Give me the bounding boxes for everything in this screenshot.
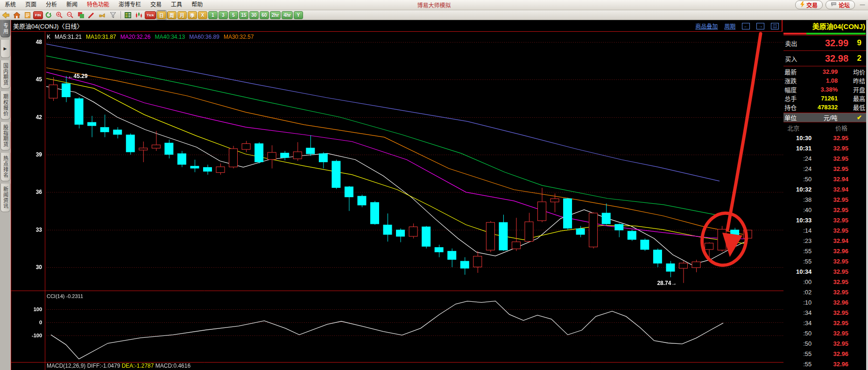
refresh-icon[interactable] <box>44 11 54 19</box>
ma-legend-MA60: MA60:36.89 <box>189 34 219 40</box>
back-icon[interactable] <box>1 11 11 19</box>
period-button-15[interactable]: 15 <box>239 11 248 19</box>
news-page-icon[interactable] <box>22 11 32 19</box>
menu-item-交易[interactable]: 交易 <box>146 0 166 10</box>
zoom-in-icon[interactable] <box>55 11 64 19</box>
quote-info-row-幅度: 幅度3.38%开盘 <box>783 85 866 94</box>
tick-row[interactable]: :5532.95 <box>783 256 866 266</box>
lightning-icon <box>800 1 804 9</box>
menu-item-特色功能[interactable]: 特色功能 <box>82 0 114 10</box>
period-button-3[interactable]: 3 <box>219 11 228 19</box>
tick-row[interactable]: :5532.96 <box>783 246 866 256</box>
sidebar-tab-expand[interactable]: ▶ <box>0 40 10 58</box>
chart-title: 美原油04(CONJ)〈日线〉 <box>13 21 83 30</box>
overlay-link[interactable]: 商品叠加 <box>695 22 718 30</box>
tick-row[interactable]: :5032.95 <box>783 328 866 338</box>
buy-sell-ratio-bar <box>783 32 866 35</box>
sidebar-tab-股指期货[interactable]: 股指期货 <box>0 122 10 150</box>
next-window-icon[interactable]: → <box>756 23 764 29</box>
period-button-季[interactable]: 季 <box>188 11 197 19</box>
sidebar-tab-热点排名[interactable]: 热点排名 <box>0 153 10 181</box>
bid-row[interactable]: 买入 32.98 2 <box>783 50 866 66</box>
toolbar: FINTick日周月季X1351530602hr4hrY <box>0 10 868 20</box>
tick-row[interactable]: :1432.95 <box>783 225 866 235</box>
tick-row[interactable]: 10:3232.94 <box>783 184 866 194</box>
tick-row[interactable]: 10:3432.95 <box>783 266 866 277</box>
quote-table-icon[interactable] <box>123 11 133 19</box>
prev-window-icon[interactable]: ← <box>742 23 750 29</box>
period-link[interactable]: 周期 <box>724 22 735 30</box>
tick-row[interactable]: :3432.95 <box>783 318 866 328</box>
period-button-2hr[interactable]: 2hr <box>270 11 281 19</box>
filter-funnel-icon[interactable] <box>108 11 118 19</box>
fin-button[interactable]: FIN <box>33 11 43 19</box>
sidebar-tab-国内期货[interactable]: 国内期货 <box>0 60 10 89</box>
chart-body: KMA5:31.21MA10:31.87MA20:32.26MA40:34.13… <box>11 32 782 370</box>
scrollbar[interactable] <box>866 20 868 370</box>
period-button-Y[interactable]: Y <box>294 11 303 19</box>
tick-row[interactable]: :5532.96 <box>783 359 866 369</box>
sidebar-tab-期权报价[interactable]: 期权报价 <box>0 91 10 120</box>
chat-bubble-icon <box>831 2 837 8</box>
tick-row[interactable]: 10:3132.95 <box>783 143 866 153</box>
trade-button[interactable]: 交易 <box>795 0 823 9</box>
title-bar: 系统页面分析新闻特色功能澎博专栏交易工具帮助 博易大师模拟 交易 论坛 — <box>0 0 868 10</box>
tick-row[interactable]: :3432.95 <box>783 307 866 318</box>
ma-legend-MA20: MA20:32.26 <box>120 34 151 40</box>
menu-item-分析[interactable]: 分析 <box>41 0 62 10</box>
period-button-月[interactable]: 月 <box>177 11 187 19</box>
forum-button[interactable]: 论坛 <box>826 0 855 9</box>
tick-row[interactable]: :5032.94 <box>783 174 866 184</box>
tick-row[interactable]: :5532.96 <box>783 349 866 359</box>
tick-row[interactable]: :3832.95 <box>783 194 866 205</box>
paint-horn-icon[interactable] <box>98 11 107 19</box>
tick-row[interactable]: :2432.95 <box>783 153 866 164</box>
period-button-60[interactable]: 60 <box>260 11 269 19</box>
home-icon[interactable] <box>12 11 21 19</box>
ma-legend-MA5: MA5:31.21 <box>55 34 82 40</box>
draw-pencil-icon[interactable] <box>87 11 97 19</box>
menu-item-帮助[interactable]: 帮助 <box>187 0 207 10</box>
minimize-button[interactable]: — <box>859 2 866 8</box>
tick-row[interactable]: :1032.96 <box>783 297 866 307</box>
period-button-日[interactable]: 日 <box>157 11 166 19</box>
menu-bar: 系统页面分析新闻特色功能澎博专栏交易工具帮助 <box>0 0 207 10</box>
quote-info-row-总手: 总手71261最高 <box>783 94 866 103</box>
period-button-5[interactable]: 5 <box>229 11 238 19</box>
period-button-1[interactable]: 1 <box>208 11 218 19</box>
period-button-30[interactable]: 30 <box>249 11 259 19</box>
tick-row[interactable]: 10:3032.95 <box>783 133 866 143</box>
menu-item-澎博专栏[interactable]: 澎博专栏 <box>114 0 146 10</box>
kline-chart-icon[interactable] <box>134 11 144 19</box>
tick-list-header: 北京 价格 <box>783 122 866 133</box>
period-button-周[interactable]: 周 <box>167 11 176 19</box>
tick-row[interactable]: :5032.95 <box>783 338 866 349</box>
period-button-X[interactable]: X <box>198 11 207 19</box>
zoom-out-icon[interactable] <box>65 11 75 19</box>
overlay-icon[interactable] <box>76 11 86 19</box>
menu-item-新闻[interactable]: 新闻 <box>62 0 82 10</box>
tick-row[interactable]: :2332.94 <box>783 235 866 246</box>
menu-item-系统[interactable]: 系统 <box>0 0 21 10</box>
quote-info-grid: 最新32.99均价涨跌1.08昨结幅度3.38%开盘总手71261最高持仓478… <box>783 66 866 112</box>
tick-row[interactable]: :4032.95 <box>783 205 866 215</box>
unit-row[interactable]: 单位 元/吨 ✔ <box>783 113 866 122</box>
tick-row[interactable]: :0032.95 <box>783 277 866 287</box>
ask-price: 32.99 <box>800 38 848 49</box>
sidebar-tab-专用[interactable]: 专用 <box>0 20 10 37</box>
tick-period-button[interactable]: Tick <box>145 11 156 19</box>
tick-list[interactable]: 10:3032.9510:3132.95:2432.95:2432.95:503… <box>783 133 866 370</box>
period-button-4hr[interactable]: 4hr <box>282 11 293 19</box>
ma-legend-MA30: MA30:32.57 <box>224 34 254 40</box>
tick-row[interactable]: :0232.95 <box>783 287 866 297</box>
candlestick-chart[interactable] <box>11 32 783 370</box>
ask-row[interactable]: 卖出 32.99 9 <box>783 35 866 50</box>
ma-legend: KMA5:31.21MA10:31.87MA20:32.26MA40:34.13… <box>47 34 258 40</box>
quote-title: 美原油04(CONJ) <box>783 20 866 32</box>
tick-row[interactable]: 10:3332.95 <box>783 215 866 225</box>
menu-item-页面[interactable]: 页面 <box>21 0 41 10</box>
sidebar-tab-新闻资讯[interactable]: 新闻资讯 <box>0 184 10 212</box>
tick-row[interactable]: :2432.95 <box>783 164 866 174</box>
menu-item-工具[interactable]: 工具 <box>166 0 187 10</box>
split-window-icon[interactable]: ◫ <box>771 23 779 29</box>
